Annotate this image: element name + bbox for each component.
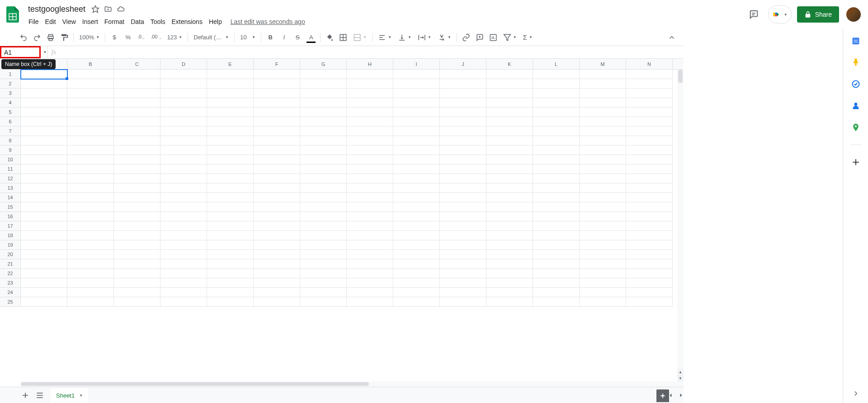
document-title[interactable]: testgooglesheet — [25, 4, 88, 15]
menu-edit[interactable]: Edit — [42, 16, 59, 27]
cell[interactable] — [440, 240, 486, 250]
cell[interactable] — [114, 117, 160, 127]
cell[interactable] — [393, 79, 440, 89]
cell[interactable] — [114, 108, 160, 117]
cell[interactable] — [393, 269, 440, 278]
cloud-status-icon[interactable] — [115, 4, 126, 14]
cell[interactable] — [580, 259, 626, 269]
cell[interactable] — [207, 259, 254, 269]
cell[interactable] — [440, 297, 486, 307]
cell[interactable] — [254, 297, 300, 307]
cell[interactable] — [393, 117, 440, 127]
cell[interactable] — [114, 297, 160, 307]
cell[interactable] — [533, 145, 580, 155]
share-button[interactable]: Share — [797, 6, 839, 23]
cell[interactable] — [114, 193, 160, 202]
contacts-icon[interactable] — [851, 101, 860, 110]
cell[interactable] — [114, 212, 160, 221]
cell[interactable] — [160, 89, 207, 98]
cell[interactable] — [486, 240, 533, 250]
cell[interactable] — [580, 202, 626, 212]
cell[interactable] — [440, 250, 486, 259]
functions-button[interactable]: Σ▼ — [520, 31, 535, 44]
cell[interactable] — [347, 136, 393, 145]
cell[interactable] — [160, 240, 207, 250]
cell[interactable] — [67, 250, 114, 259]
cell[interactable] — [114, 269, 160, 278]
cell[interactable] — [486, 108, 533, 117]
cell[interactable] — [207, 164, 254, 174]
column-header[interactable]: I — [393, 59, 440, 69]
cell[interactable] — [160, 193, 207, 202]
cell[interactable] — [626, 89, 673, 98]
cell[interactable] — [440, 278, 486, 288]
cell[interactable] — [21, 145, 67, 155]
cell[interactable] — [114, 145, 160, 155]
cell[interactable] — [207, 221, 254, 231]
cell[interactable] — [626, 70, 673, 79]
font-select[interactable]: Default (Ari...▼ — [191, 31, 231, 44]
cell[interactable] — [300, 155, 347, 164]
cell[interactable] — [533, 297, 580, 307]
cell[interactable] — [160, 79, 207, 89]
menu-format[interactable]: Format — [101, 16, 127, 27]
cell[interactable] — [533, 98, 580, 108]
row-header[interactable]: 17 — [0, 221, 21, 231]
cell[interactable] — [207, 183, 254, 193]
cell[interactable] — [254, 193, 300, 202]
text-wrap-button[interactable]: ▼ — [415, 31, 434, 44]
cell[interactable] — [160, 174, 207, 183]
cell[interactable] — [533, 278, 580, 288]
cell[interactable] — [254, 145, 300, 155]
cell[interactable] — [254, 250, 300, 259]
cell[interactable] — [533, 231, 580, 240]
cell[interactable] — [533, 117, 580, 127]
cell[interactable] — [486, 174, 533, 183]
cell[interactable] — [393, 108, 440, 117]
cell[interactable] — [21, 155, 67, 164]
menu-help[interactable]: Help — [206, 16, 225, 27]
cell[interactable] — [67, 108, 114, 117]
cell[interactable] — [114, 278, 160, 288]
row-header[interactable]: 1 — [0, 70, 21, 79]
cell[interactable] — [67, 269, 114, 278]
cell[interactable] — [393, 155, 440, 164]
cell[interactable] — [114, 221, 160, 231]
cell[interactable] — [580, 269, 626, 278]
cell[interactable] — [533, 136, 580, 145]
menu-file[interactable]: File — [25, 16, 42, 27]
cell[interactable] — [580, 155, 626, 164]
cell[interactable] — [580, 127, 626, 136]
cell[interactable] — [533, 174, 580, 183]
cell[interactable] — [440, 117, 486, 127]
add-addon-button[interactable] — [851, 158, 860, 167]
cell[interactable] — [393, 259, 440, 269]
cell[interactable] — [393, 174, 440, 183]
cell[interactable] — [207, 117, 254, 127]
cell[interactable] — [160, 183, 207, 193]
cell[interactable] — [347, 79, 393, 89]
cell[interactable] — [21, 89, 67, 98]
cell[interactable] — [21, 136, 67, 145]
cell[interactable] — [486, 89, 533, 98]
cell[interactable] — [254, 79, 300, 89]
cell[interactable] — [21, 164, 67, 174]
horizontal-align-button[interactable]: ▼ — [375, 31, 394, 44]
cell[interactable] — [21, 278, 67, 288]
cell[interactable] — [347, 193, 393, 202]
cell[interactable] — [114, 155, 160, 164]
row-header[interactable]: 7 — [0, 127, 21, 136]
menu-insert[interactable]: Insert — [79, 16, 101, 27]
cell[interactable] — [21, 231, 67, 240]
cell[interactable] — [207, 212, 254, 221]
cell[interactable] — [160, 98, 207, 108]
cell[interactable] — [67, 259, 114, 269]
cell[interactable] — [300, 127, 347, 136]
cell[interactable] — [114, 164, 160, 174]
cell[interactable] — [300, 79, 347, 89]
cell[interactable] — [393, 240, 440, 250]
cell[interactable] — [67, 212, 114, 221]
cell[interactable] — [254, 202, 300, 212]
cell[interactable] — [626, 155, 673, 164]
cell[interactable] — [254, 221, 300, 231]
